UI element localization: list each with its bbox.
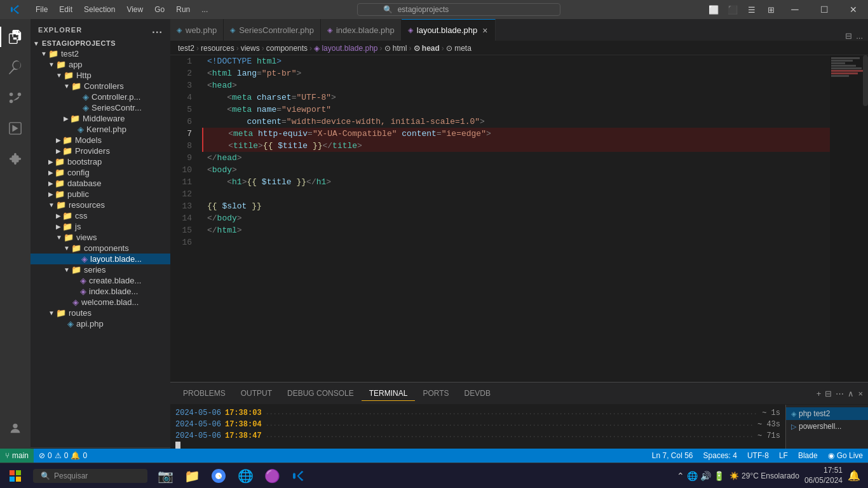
panel-more-icon[interactable]: ⋯ <box>836 389 844 398</box>
tree-item-kernel[interactable]: ◈ Kernel.php <box>31 124 170 135</box>
scrollbar-thumb[interactable] <box>863 55 868 106</box>
status-errors-item[interactable]: ⊘ 0 ⚠ 0 🔔 0 <box>34 449 92 463</box>
tree-item-components[interactable]: ▼ 📁 components <box>31 243 170 254</box>
tab-web-php[interactable]: ◈ web.php <box>170 19 224 41</box>
taskbar-icon-camera[interactable]: 📷 <box>153 463 178 489</box>
activity-explorer[interactable] <box>0 22 31 52</box>
split-terminal-icon[interactable]: ⊟ <box>825 389 832 398</box>
activity-source-control[interactable] <box>0 83 31 113</box>
menu-edit[interactable]: Edit <box>54 4 78 15</box>
tree-item-config[interactable]: ▶ 📁 config <box>31 167 170 178</box>
taskbar-icon-chrome[interactable] <box>206 463 231 489</box>
tree-item-index-blade[interactable]: ◈ index.blade... <box>31 286 170 297</box>
tree-item-series[interactable]: ▼ 📁 series <box>31 264 170 275</box>
new-terminal-icon[interactable]: + <box>817 389 822 398</box>
global-search[interactable]: 🔍 estagioprojects <box>357 3 560 16</box>
tree-item-css[interactable]: ▶ 📁 css <box>31 210 170 221</box>
status-eol[interactable]: LF <box>774 449 793 463</box>
taskbar-icon-music[interactable]: 🟣 <box>259 463 285 489</box>
menu-view[interactable]: View <box>121 4 148 15</box>
panel-tab-ports[interactable]: PORTS <box>415 386 456 400</box>
breadcrumb-test2[interactable]: test2 <box>178 44 194 53</box>
notification-icon[interactable]: 🔔 <box>848 470 860 482</box>
breadcrumb-head[interactable]: ⊙ head <box>414 44 440 53</box>
sidebar-toggle[interactable]: ☰ <box>742 0 761 19</box>
tree-item-api-php[interactable]: ◈ api.php <box>31 318 170 329</box>
panel-tab-problems[interactable]: PROBLEMS <box>175 386 233 400</box>
menu-go[interactable]: Go <box>149 4 170 15</box>
minimize-button[interactable]: ─ <box>780 0 810 19</box>
taskbar-icon-folder[interactable]: 📁 <box>179 463 205 489</box>
activity-run[interactable] <box>0 113 31 144</box>
maximize-button[interactable]: ☐ <box>810 0 839 19</box>
tray-weather[interactable]: ☀️ 29°C Ensolarado <box>729 471 799 480</box>
terminal-php-item[interactable]: ◈ php test2 <box>786 407 868 420</box>
activity-search[interactable] <box>0 52 31 83</box>
panel-tab-terminal[interactable]: TERMINAL <box>362 386 416 401</box>
tree-item-app[interactable]: ▼ 📁 app <box>31 59 170 70</box>
breadcrumb-components[interactable]: components <box>266 44 308 53</box>
activity-extensions[interactable] <box>0 144 31 174</box>
tree-item-public[interactable]: ▶ 📁 public <box>31 189 170 200</box>
tray-icons[interactable]: ⌃ 🌐 🔊 🔋 <box>677 471 724 481</box>
panel-minimize-icon[interactable]: ∧ <box>848 389 854 398</box>
split-editor-icon[interactable]: ⊟ <box>845 31 852 41</box>
tab-series-controller[interactable]: ◈ SeriesController.php <box>224 19 321 41</box>
terminal-powershell-item[interactable]: ▷ powershell... <box>786 420 868 433</box>
tree-item-test2[interactable]: ▼ 📁 test2 <box>31 48 170 59</box>
t1-time: 17:38:03 <box>225 407 262 419</box>
menu-file[interactable]: File <box>31 4 53 15</box>
git-branch-item[interactable]: ⑂ main <box>0 449 34 463</box>
tree-item-routes[interactable]: ▼ 📁 routes <box>31 308 170 318</box>
taskbar-clock[interactable]: 17:51 06/05/2024 <box>804 466 843 485</box>
taskbar-search[interactable]: 🔍 Pesquisar <box>33 469 147 483</box>
tree-item-js[interactable]: ▶ 📁 js <box>31 221 170 232</box>
panel-toggle[interactable]: ⬛ <box>723 0 742 19</box>
editor-more-icon[interactable]: ... <box>856 31 863 41</box>
tree-root[interactable]: ▼ ESTAGIOPROJECTS <box>31 38 170 48</box>
taskbar-icon-edge[interactable]: 🌐 <box>233 463 258 489</box>
close-button[interactable]: ✕ <box>839 0 868 19</box>
tree-item-middleware[interactable]: ▶ 📁 Middleware <box>31 113 170 124</box>
breadcrumb-layout-blade[interactable]: ◈ layout.blade.php <box>314 44 377 53</box>
tree-item-controller-php[interactable]: ◈ Controller.p... <box>31 92 170 102</box>
layout-toggle[interactable]: ⬜ <box>704 0 723 19</box>
tree-item-database[interactable]: ▶ 📁 database <box>31 178 170 189</box>
breadcrumb-html[interactable]: ⊙ html <box>384 44 407 53</box>
code-content[interactable]: <!DOCTYPE html> <html lang="pt-br"> <hea… <box>202 55 830 382</box>
tab-index-blade[interactable]: ◈ index.blade.php <box>321 19 402 41</box>
tree-item-providers[interactable]: ▶ 📁 Providers <box>31 146 170 156</box>
tree-item-controllers[interactable]: ▼ 📁 Controllers <box>31 81 170 92</box>
panel-close-icon[interactable]: × <box>858 389 863 398</box>
menu-more[interactable]: ... <box>196 4 213 15</box>
breadcrumb-views[interactable]: views <box>241 44 260 53</box>
breadcrumb-resources[interactable]: resources <box>201 44 234 53</box>
menu-selection[interactable]: Selection <box>79 4 120 15</box>
status-encoding[interactable]: UTF-8 <box>742 449 774 463</box>
panel-tab-debug-console[interactable]: DEBUG CONSOLE <box>280 386 362 400</box>
tree-item-create-blade[interactable]: ◈ create.blade... <box>31 275 170 286</box>
tab-close-layout-blade[interactable]: × <box>481 25 489 36</box>
tree-item-series-controller[interactable]: ◈ SeriesContr... <box>31 102 170 113</box>
status-language[interactable]: Blade <box>793 449 823 463</box>
tree-item-bootstrap[interactable]: ▶ 📁 bootstrap <box>31 156 170 167</box>
tree-item-views[interactable]: ▼ 📁 views <box>31 232 170 243</box>
activity-accounts[interactable] <box>0 413 31 444</box>
breadcrumb-meta[interactable]: ⊙ meta <box>446 44 471 53</box>
panel-tab-output[interactable]: OUTPUT <box>233 386 280 400</box>
tree-item-layout-blade[interactable]: ◈ layout.blade... <box>31 254 170 264</box>
panel-tab-devdb[interactable]: DEVDB <box>457 386 498 400</box>
tree-item-models[interactable]: ▶ 📁 Models <box>31 135 170 146</box>
tree-item-welcome-blade[interactable]: ◈ welcome.blad... <box>31 297 170 308</box>
taskbar-icon-vscode[interactable] <box>286 463 311 489</box>
tree-item-http[interactable]: ▼ 📁 Http <box>31 70 170 81</box>
start-button[interactable] <box>0 463 31 489</box>
menu-run[interactable]: Run <box>171 4 195 15</box>
tab-layout-blade[interactable]: ◈ layout.blade.php × <box>402 19 496 41</box>
status-position[interactable]: Ln 7, Col 56 <box>647 449 698 463</box>
grid-toggle[interactable]: ⊞ <box>761 0 780 19</box>
tree-item-resources[interactable]: ▼ 📁 resources <box>31 200 170 210</box>
go-live-item[interactable]: ◉ Go Live <box>823 449 868 463</box>
sidebar-more[interactable]: ... <box>152 24 163 36</box>
status-spaces[interactable]: Spaces: 4 <box>698 449 742 463</box>
